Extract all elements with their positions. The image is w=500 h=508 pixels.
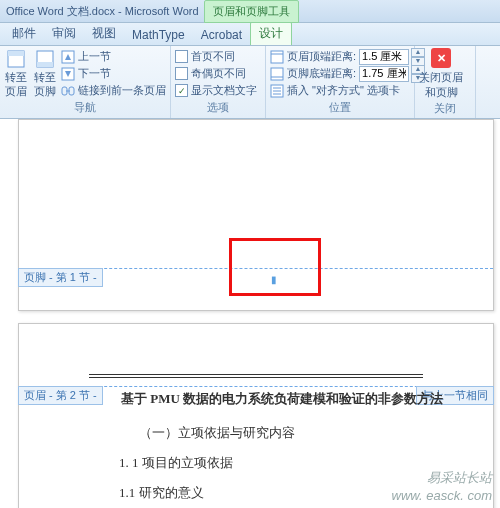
footer-distance-row: 页脚底端距离: ▲▼ — [270, 66, 425, 82]
link-icon — [61, 84, 75, 98]
doc-title: 基于 PMU 数据的电力系统负荷建模和验证的非参数方法 — [121, 390, 443, 408]
doc-sec1-1-1: 1.1 研究的意义 — [119, 484, 204, 502]
insert-align-tab-button[interactable]: 插入 "对齐方式" 选项卡 — [270, 83, 425, 99]
ribbon: 转至页眉 转至页脚 上一节 下一节 链接到前一条页眉 导航 首页不同 奇偶页不同… — [0, 46, 500, 119]
group-close-label: 关闭 — [419, 100, 471, 117]
group-options: 首页不同 奇偶页不同 ✓显示文档文字 选项 — [171, 46, 266, 118]
group-nav: 转至页眉 转至页脚 上一节 下一节 链接到前一条页眉 导航 — [0, 46, 171, 118]
footer-distance-input[interactable] — [359, 66, 409, 82]
header-rule — [89, 374, 423, 378]
tab-view[interactable]: 视图 — [84, 22, 124, 45]
next-section-button[interactable]: 下一节 — [61, 66, 166, 82]
tab-mathtype[interactable]: MathType — [124, 25, 193, 45]
group-position: 页眉顶端距离: ▲▼ 页脚底端距离: ▲▼ 插入 "对齐方式" 选项卡 位置 — [266, 46, 415, 118]
page-1: 页脚 - 第 1 节 - ▮ — [18, 119, 494, 311]
close-icon: ✕ — [431, 48, 451, 68]
svg-rect-11 — [271, 68, 283, 80]
header-section-tag: 页眉 - 第 2 节 - — [18, 386, 103, 405]
goto-footer-button[interactable]: 转至页脚 — [33, 48, 58, 99]
align-tab-icon — [270, 84, 284, 98]
goto-footer-label: 转至页脚 — [33, 71, 58, 97]
tab-acrobat[interactable]: Acrobat — [193, 25, 250, 45]
tab-mail[interactable]: 邮件 — [4, 22, 44, 45]
prev-section-icon — [61, 50, 75, 64]
tab-design[interactable]: 设计 — [250, 21, 292, 45]
highlight-box — [229, 238, 321, 296]
next-section-icon — [61, 67, 75, 81]
doc-sec1: （一）立项依据与研究内容 — [139, 424, 295, 442]
goto-header-label: 转至页眉 — [4, 71, 29, 97]
header-distance-icon — [270, 50, 284, 64]
group-nav-label: 导航 — [4, 99, 166, 116]
close-header-footer-button[interactable]: ✕ 关闭页眉 和页脚 — [419, 48, 463, 100]
link-previous-button[interactable]: 链接到前一条页眉 — [61, 83, 166, 99]
contextual-tab-label: 页眉和页脚工具 — [204, 0, 299, 23]
prev-section-button[interactable]: 上一节 — [61, 49, 166, 65]
group-position-label: 位置 — [270, 99, 410, 116]
window-title: Office Word 文档.docx - Microsoft Word — [6, 4, 199, 19]
footer-distance-icon — [270, 67, 284, 81]
goto-footer-icon — [35, 49, 55, 69]
header-distance-input[interactable] — [359, 49, 409, 65]
title-bar: Office Word 文档.docx - Microsoft Word 页眉和… — [0, 0, 500, 23]
checkbox-checked-icon: ✓ — [175, 84, 188, 97]
goto-header-icon — [6, 49, 26, 69]
footer-cursor: ▮ — [271, 274, 277, 285]
svg-rect-3 — [37, 62, 53, 67]
watermark: 易采站长站 www. easck. com — [392, 469, 492, 505]
svg-rect-9 — [271, 51, 283, 63]
checkbox-icon — [175, 67, 188, 80]
different-odd-even-checkbox[interactable]: 奇偶页不同 — [175, 66, 257, 82]
checkbox-icon — [175, 50, 188, 63]
document-canvas[interactable]: 页脚 - 第 1 节 - ▮ 页眉 - 第 2 节 - 与上一节相同 基于 PM… — [0, 119, 500, 508]
group-options-label: 选项 — [175, 99, 261, 116]
doc-sec1-1: 1. 1 项目的立项依据 — [119, 454, 233, 472]
different-first-page-checkbox[interactable]: 首页不同 — [175, 49, 257, 65]
group-close: ✕ 关闭页眉 和页脚 关闭 — [415, 46, 476, 118]
footer-section-tag: 页脚 - 第 1 节 - — [18, 268, 103, 287]
header-distance-row: 页眉顶端距离: ▲▼ — [270, 49, 425, 65]
svg-rect-1 — [8, 51, 24, 56]
show-doc-text-checkbox[interactable]: ✓显示文档文字 — [175, 83, 257, 99]
goto-header-button[interactable]: 转至页眉 — [4, 48, 29, 99]
ribbon-tabs: 邮件 审阅 视图 MathType Acrobat 设计 — [0, 23, 500, 46]
tab-review[interactable]: 审阅 — [44, 22, 84, 45]
